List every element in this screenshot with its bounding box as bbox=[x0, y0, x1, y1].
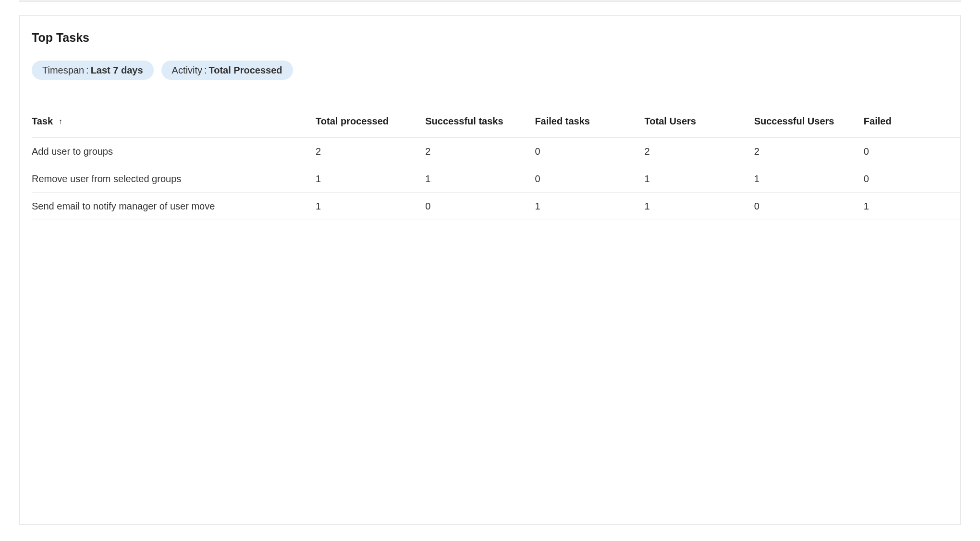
cell-task: Send email to notify manager of user mov… bbox=[32, 193, 316, 220]
col-header-task-label: Task bbox=[32, 116, 53, 126]
card-title: Top Tasks bbox=[32, 29, 960, 46]
filter-separator: : bbox=[202, 63, 209, 77]
cell-successful-users: 0 bbox=[754, 193, 864, 220]
table-row[interactable]: Remove user from selected groups 1 1 0 1… bbox=[32, 165, 960, 193]
col-header-failed-tasks[interactable]: Failed tasks bbox=[535, 109, 644, 138]
cell-task: Remove user from selected groups bbox=[32, 165, 316, 193]
cell-successful-tasks: 1 bbox=[425, 165, 535, 193]
table-row[interactable]: Add user to groups 2 2 0 2 2 0 bbox=[32, 138, 960, 165]
filter-activity-value: Total Processed bbox=[209, 63, 282, 77]
filter-activity-pill[interactable]: Activity : Total Processed bbox=[161, 61, 293, 80]
filter-timespan-value: Last 7 days bbox=[91, 63, 143, 77]
cell-failed: 1 bbox=[864, 193, 960, 220]
col-header-successful-tasks[interactable]: Successful tasks bbox=[425, 109, 535, 138]
cell-successful-tasks: 0 bbox=[425, 193, 535, 220]
col-header-failed[interactable]: Failed bbox=[864, 109, 960, 138]
col-header-task[interactable]: Task ↑ bbox=[32, 109, 316, 138]
table-scroll-wrap[interactable]: Task ↑ Total processed Successful tasks … bbox=[32, 109, 960, 220]
col-header-total-users[interactable]: Total Users bbox=[645, 109, 754, 138]
top-tasks-table: Task ↑ Total processed Successful tasks … bbox=[32, 109, 960, 220]
table-body: Add user to groups 2 2 0 2 2 0 Remove us… bbox=[32, 138, 960, 220]
filter-timespan-label: Timespan bbox=[42, 63, 84, 77]
sort-ascending-icon: ↑ bbox=[59, 116, 62, 127]
filter-timespan-pill[interactable]: Timespan : Last 7 days bbox=[32, 61, 154, 80]
cell-total-users: 2 bbox=[645, 138, 754, 165]
filter-pill-row: Timespan : Last 7 days Activity : Total … bbox=[32, 61, 960, 80]
cell-successful-tasks: 2 bbox=[425, 138, 535, 165]
table-row[interactable]: Send email to notify manager of user mov… bbox=[32, 193, 960, 220]
cell-failed-tasks: 0 bbox=[535, 165, 644, 193]
cell-successful-users: 2 bbox=[754, 138, 864, 165]
filter-activity-label: Activity bbox=[172, 63, 202, 77]
table-header-row: Task ↑ Total processed Successful tasks … bbox=[32, 109, 960, 138]
cell-total-users: 1 bbox=[645, 165, 754, 193]
cell-total-processed: 1 bbox=[316, 165, 425, 193]
cell-total-processed: 1 bbox=[316, 193, 425, 220]
cell-task: Add user to groups bbox=[32, 138, 316, 165]
cell-failed: 0 bbox=[864, 138, 960, 165]
top-tasks-card: Top Tasks Timespan : Last 7 days Activit… bbox=[19, 15, 961, 525]
col-header-successful-users[interactable]: Successful Users bbox=[754, 109, 864, 138]
cell-failed-tasks: 1 bbox=[535, 193, 644, 220]
cell-successful-users: 1 bbox=[754, 165, 864, 193]
col-header-total-processed[interactable]: Total processed bbox=[316, 109, 425, 138]
cell-total-users: 1 bbox=[645, 193, 754, 220]
top-divider bbox=[19, 0, 961, 2]
filter-separator: : bbox=[84, 63, 91, 77]
cell-failed-tasks: 0 bbox=[535, 138, 644, 165]
cell-failed: 0 bbox=[864, 165, 960, 193]
cell-total-processed: 2 bbox=[316, 138, 425, 165]
